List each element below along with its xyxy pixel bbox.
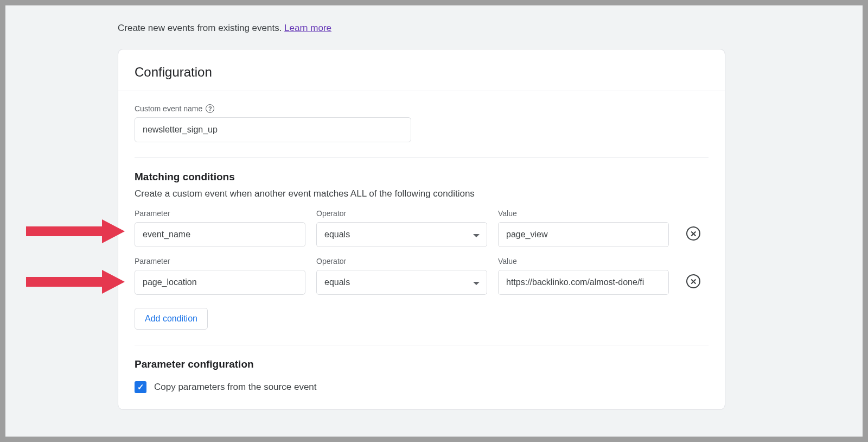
arrow-annotation-icon [26, 219, 125, 243]
value-label: Value [498, 257, 669, 266]
operator-value[interactable] [316, 222, 487, 247]
condition-row: Parameter Operator Value [135, 209, 709, 247]
condition-col-parameter: Parameter [135, 209, 305, 247]
svg-rect-2 [26, 277, 102, 287]
svg-rect-0 [26, 226, 102, 236]
delete-condition-button[interactable]: ✕ [686, 226, 700, 241]
help-icon[interactable]: ? [206, 104, 214, 113]
condition-col-value: Value [498, 257, 669, 295]
delete-condition-button[interactable]: ✕ [686, 274, 700, 288]
operator-select[interactable] [316, 270, 487, 295]
parameter-label: Parameter [135, 257, 305, 266]
operator-value[interactable] [316, 270, 487, 295]
configuration-card: Configuration Custom event name ? Matchi… [118, 49, 725, 410]
copy-parameters-checkbox[interactable]: ✓ [135, 381, 146, 393]
condition-col-parameter: Parameter [135, 257, 305, 295]
operator-label: Operator [316, 209, 487, 218]
parameter-configuration-section: Parameter configuration [118, 345, 725, 370]
parameter-input[interactable] [135, 270, 305, 295]
add-condition-button[interactable]: Add condition [135, 308, 208, 330]
copy-parameters-row: ✓ Copy parameters from the source event [118, 381, 725, 409]
learn-more-link[interactable]: Learn more [284, 23, 331, 33]
check-icon: ✓ [137, 382, 144, 392]
parameter-configuration-title: Parameter configuration [135, 358, 709, 370]
condition-row: Parameter Operator Value [135, 257, 709, 295]
parameter-input[interactable] [135, 222, 305, 247]
card-header: Configuration [118, 49, 725, 91]
close-icon: ✕ [690, 230, 697, 238]
matching-conditions-section: Matching conditions Create a custom even… [118, 158, 725, 330]
condition-col-delete: ✕ [680, 226, 700, 247]
matching-conditions-desc: Create a custom event when another event… [135, 188, 709, 199]
arrow-annotation-icon [26, 270, 125, 294]
custom-event-section: Custom event name ? [118, 91, 725, 142]
operator-select[interactable] [316, 222, 487, 247]
matching-conditions-title: Matching conditions [135, 171, 709, 183]
page-background: Create new events from existing events. … [5, 5, 863, 437]
parameter-label: Parameter [135, 209, 305, 218]
condition-col-delete: ✕ [680, 274, 700, 295]
value-label: Value [498, 209, 669, 218]
custom-event-label: Custom event name ? [135, 104, 709, 113]
value-input[interactable] [498, 222, 669, 247]
custom-event-label-text: Custom event name [135, 104, 202, 113]
condition-col-value: Value [498, 209, 669, 247]
condition-col-operator: Operator [316, 257, 487, 295]
value-input[interactable] [498, 270, 669, 295]
condition-col-operator: Operator [316, 209, 487, 247]
custom-event-input[interactable] [135, 117, 411, 142]
close-icon: ✕ [690, 277, 697, 286]
card-title: Configuration [135, 65, 709, 80]
copy-parameters-label: Copy parameters from the source event [154, 382, 317, 393]
intro-text-content: Create new events from existing events. [118, 23, 284, 33]
intro-text: Create new events from existing events. … [118, 23, 331, 34]
operator-label: Operator [316, 257, 487, 266]
